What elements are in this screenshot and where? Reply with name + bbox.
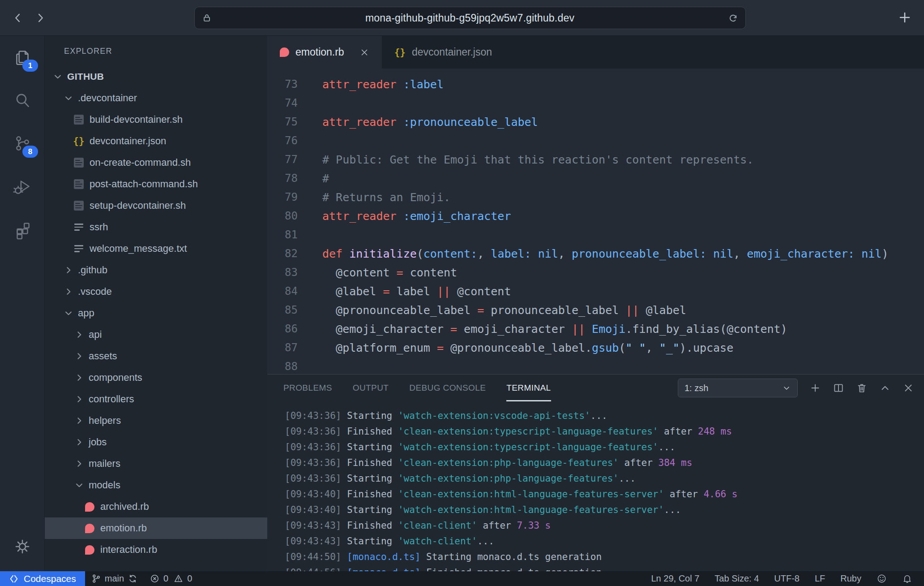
chevron-right-icon [73,458,85,470]
line-number: 76 [267,134,298,147]
tree-item-label: .devcontainer [78,92,137,104]
terminal-line: [09:43:40] Starting 'watch-extension:htm… [285,502,924,517]
close-tab-icon[interactable] [359,47,369,57]
panel-tab-terminal[interactable]: TERMINAL [506,375,551,401]
split-terminal-icon[interactable] [833,382,844,394]
tree-item-ssrh[interactable]: ssrh [45,216,267,238]
tree-item-setup-devcontainer-sh[interactable]: setup-devcontainer.sh [45,195,267,216]
eol-indicator[interactable]: LF [815,573,825,584]
activity-bar: 1 8 [0,36,45,571]
tree-item-label: assets [89,350,117,362]
tree-item-models[interactable]: models [45,474,267,496]
terminal-line: [09:43:36] Finished 'clean-extension:typ… [285,423,924,439]
new-tab-icon[interactable] [898,11,911,24]
tree-item-emotion-rb[interactable]: emotion.rb [45,517,267,539]
chevron-right-icon [73,372,85,383]
tree-item-interaction-rb[interactable]: interaction.rb [45,539,267,560]
errors-count: 0 [163,573,168,584]
tree-item-label: GITHUB [67,71,104,82]
close-panel-icon[interactable] [903,382,914,394]
explorer-badge: 1 [22,60,38,72]
terminal-output[interactable]: [09:43:36] Starting 'watch-extension:vsc… [267,401,924,571]
git-branch-icon [91,574,101,583]
branch-status[interactable]: main [85,571,144,586]
terminal-picker-dropdown[interactable]: 1: zsh [678,379,798,397]
tree-item-devcontainer-json[interactable]: {}devcontainer.json [45,130,267,152]
encoding[interactable]: UTF-8 [774,573,800,584]
settings-gear-icon[interactable] [0,526,44,567]
tree-item--github[interactable]: .github [45,259,267,281]
activity-run-debug[interactable] [0,165,44,208]
tree-item-archived-rb[interactable]: archived.rb [45,496,267,517]
tree-item-welcome-message-txt[interactable]: welcome_message.txt [45,238,267,259]
tree-item-label: archived.rb [100,501,149,513]
tree-item--devcontainer[interactable]: .devcontainer [45,87,267,109]
terminal-line: [09:43:43] Finished 'clean-client' after… [285,517,924,533]
shell-file-icon [74,201,84,211]
tab-devcontainer-json[interactable]: {} devcontainer.json [382,36,505,69]
tree-item--vscode[interactable]: .vscode [45,281,267,302]
maximize-panel-chevron-icon[interactable] [879,382,891,394]
tree-item-label: app [78,307,94,319]
language-mode[interactable]: Ruby [840,573,861,584]
terminal-line: [09:44:50] [monaco.d.ts] Starting monaco… [285,549,924,564]
tree-item-label: jobs [89,436,107,448]
codespaces-browser-window: mona-github-github-g59jpq2w5w7.github.de… [0,0,924,586]
problems-status[interactable]: 0 0 [144,571,198,586]
chevron-right-icon [73,393,85,405]
new-terminal-icon[interactable] [809,382,821,394]
terminal-line: [09:43:36] Starting 'watch-extension:typ… [285,439,924,455]
shell-file-icon [74,179,84,189]
tree-item-build-devcontainer-sh[interactable]: build-devcontainer.sh [45,109,267,130]
codespaces-status[interactable]: Codespaces [0,571,85,586]
activity-explorer[interactable]: 1 [0,36,44,79]
source-control-badge: 8 [22,146,38,158]
address-bar[interactable]: mona-github-github-g59jpq2w5w7.github.de… [194,7,746,29]
file-tree[interactable]: GITHUB.devcontainerbuild-devcontainer.sh… [45,66,267,560]
tree-item-github[interactable]: GITHUB [45,66,267,87]
forward-icon[interactable] [34,12,47,24]
panel-tab-problems[interactable]: PROBLEMS [283,375,332,401]
tab-emotion-rb[interactable]: emotion.rb [267,36,382,69]
feedback-smiley-icon[interactable] [877,573,887,584]
tree-item-helpers[interactable]: helpers [45,410,267,431]
panel-actions: 1: zsh [678,379,914,397]
chevron-down-icon [63,307,74,319]
refresh-icon[interactable] [728,13,738,23]
tree-item-jobs[interactable]: jobs [45,431,267,453]
code-line-83: 83 @content = content [267,263,924,282]
line-number: 83 [267,266,298,279]
code-text: def initialize(content:, label: nil, pro… [298,247,888,260]
tree-item-controllers[interactable]: controllers [45,388,267,410]
tree-item-mailers[interactable]: mailers [45,453,267,474]
tree-item-components[interactable]: components [45,367,267,388]
activity-source-control[interactable]: 8 [0,122,44,165]
line-number: 78 [267,172,298,185]
panel-tab-debug-console[interactable]: DEBUG CONSOLE [409,375,486,401]
tree-item-assets[interactable]: assets [45,345,267,367]
tree-item-post-attach-command-sh[interactable]: post-attach-command.sh [45,173,267,195]
warnings-icon [174,574,183,583]
code-line-86: 86 @emoji_character = emoji_character ||… [267,319,924,338]
line-number: 81 [267,228,298,241]
code-line-76: 76 [267,131,924,150]
tab-size[interactable]: Tab Size: 4 [714,573,759,584]
code-line-77: 77# Public: Get the Emoji that this reac… [267,150,924,169]
tree-item-api[interactable]: api [45,324,267,345]
code-editor[interactable]: 73attr_reader :label7475attr_reader :pro… [267,69,924,374]
tree-item-on-create-command-sh[interactable]: on-create-command.sh [45,152,267,173]
line-number: 82 [267,247,298,260]
back-icon[interactable] [12,12,24,24]
tab-label: devcontainer.json [412,46,492,58]
code-text: # Public: Get the Emoji that this reacti… [298,153,753,166]
panel-tab-output[interactable]: OUTPUT [353,375,389,401]
notifications-bell-icon[interactable] [902,573,912,584]
cursor-position[interactable]: Ln 29, Col 7 [651,573,699,584]
line-number: 73 [267,78,298,90]
kill-terminal-trash-icon[interactable] [856,382,868,394]
panel-tabs: PROBLEMSOUTPUTDEBUG CONSOLETERMINAL [283,375,551,401]
line-number: 79 [267,191,298,203]
activity-search[interactable] [0,79,44,122]
activity-extensions[interactable] [0,208,44,251]
tree-item-app[interactable]: app [45,302,267,324]
